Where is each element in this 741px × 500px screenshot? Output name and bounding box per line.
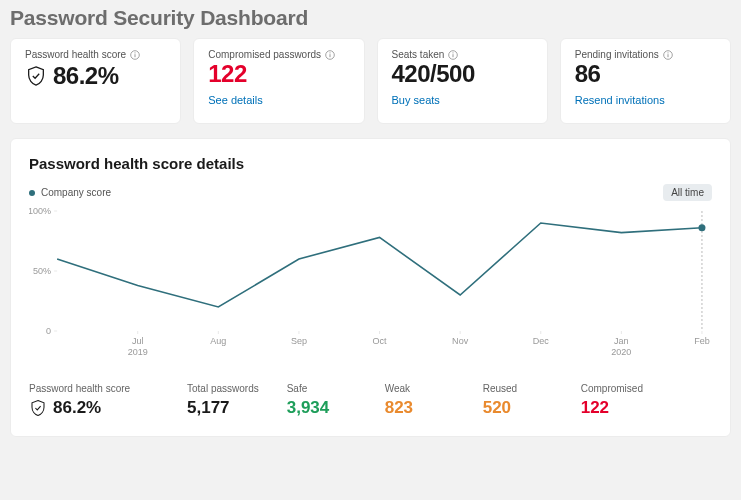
summary-cards: Password health score 86.2% Compromised … [10,38,731,124]
stat-compromised-label: Compromised [581,383,651,394]
svg-text:2020: 2020 [611,347,631,357]
stat-total-label: Total passwords [187,383,259,394]
stat-reused-label: Reused [483,383,553,394]
svg-text:Aug: Aug [210,336,226,346]
time-range-chip[interactable]: All time [663,184,712,201]
info-icon[interactable] [448,50,458,60]
stat-total-value: 5,177 [187,398,259,418]
card-health-label-row: Password health score [25,49,166,60]
svg-point-37 [698,224,705,231]
svg-text:Oct: Oct [373,336,388,346]
card-pending: Pending invitations 86 Resend invitation… [560,38,731,124]
stat-total: Total passwords 5,177 [187,383,259,418]
card-compromised-label-row: Compromised passwords [208,49,349,60]
card-pending-label-row: Pending invitations [575,49,716,60]
svg-rect-1 [135,54,136,57]
svg-rect-2 [135,52,136,53]
svg-rect-5 [330,52,331,53]
health-details-panel: Password health score details Company sc… [10,138,731,437]
chart-header: Company score All time [29,184,712,201]
card-seats: Seats taken 420/500 Buy seats [377,38,548,124]
resend-invitations-link[interactable]: Resend invitations [575,94,665,106]
card-seats-value: 420/500 [392,60,533,88]
stat-weak-value: 823 [385,398,455,418]
svg-text:Nov: Nov [452,336,469,346]
card-health-value: 86.2% [53,62,119,90]
legend-label: Company score [41,187,111,198]
stat-health: Password health score 86.2% [29,383,159,418]
card-compromised-value: 122 [208,60,349,88]
stats-row: Password health score 86.2% Total passwo… [29,383,712,418]
info-icon[interactable] [130,50,140,60]
svg-rect-7 [453,54,454,57]
svg-text:Jul: Jul [132,336,144,346]
shield-check-icon [25,65,47,87]
panel-title: Password health score details [29,155,712,172]
info-icon[interactable] [325,50,335,60]
stat-health-label: Password health score [29,383,159,394]
stat-compromised-value: 122 [581,398,651,418]
info-icon[interactable] [663,50,673,60]
stat-safe-label: Safe [287,383,357,394]
stat-safe: Safe 3,934 [287,383,357,418]
svg-text:0: 0 [46,326,51,336]
legend-company-score: Company score [29,187,111,198]
stat-compromised: Compromised 122 [581,383,651,418]
stat-reused-value: 520 [483,398,553,418]
svg-rect-11 [667,52,668,53]
legend-dot-icon [29,190,35,196]
svg-rect-4 [330,54,331,57]
stat-weak-label: Weak [385,383,455,394]
page-title: Password Security Dashboard [10,6,731,30]
svg-text:Sep: Sep [291,336,307,346]
card-compromised-label: Compromised passwords [208,49,321,60]
card-seats-label: Seats taken [392,49,445,60]
buy-seats-link[interactable]: Buy seats [392,94,440,106]
card-seats-label-row: Seats taken [392,49,533,60]
stat-health-value: 86.2% [53,398,101,418]
svg-text:100%: 100% [29,206,51,216]
card-pending-value: 86 [575,60,716,88]
svg-text:Jan: Jan [614,336,629,346]
svg-text:Dec: Dec [533,336,550,346]
health-score-chart: 050%100%Jul2019AugSepOctNovDecJan2020Feb [29,201,712,361]
card-pending-label: Pending invitations [575,49,659,60]
shield-check-icon [29,399,47,417]
see-details-link[interactable]: See details [208,94,262,106]
card-health-score: Password health score 86.2% [10,38,181,124]
card-compromised: Compromised passwords 122 See details [193,38,364,124]
svg-rect-8 [453,52,454,53]
stat-reused: Reused 520 [483,383,553,418]
svg-text:2019: 2019 [128,347,148,357]
stat-weak: Weak 823 [385,383,455,418]
svg-rect-10 [667,54,668,57]
svg-text:Feb: Feb [694,336,710,346]
svg-text:50%: 50% [33,266,51,276]
stat-safe-value: 3,934 [287,398,357,418]
card-health-label: Password health score [25,49,126,60]
